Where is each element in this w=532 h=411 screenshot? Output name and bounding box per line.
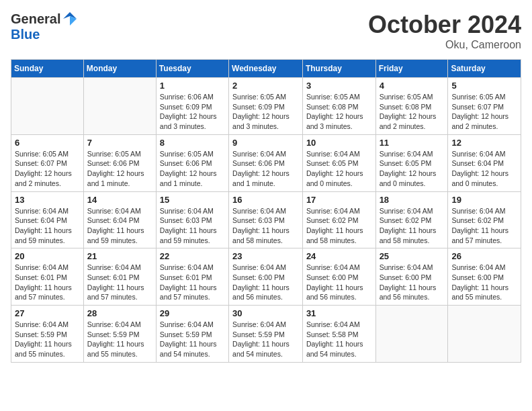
- day-detail: Sunrise: 6:04 AM Sunset: 5:59 PM Dayligh…: [160, 320, 225, 359]
- day-number: 6: [15, 138, 80, 148]
- day-detail: Sunrise: 6:05 AM Sunset: 6:09 PM Dayligh…: [232, 92, 299, 132]
- day-detail: Sunrise: 6:04 AM Sunset: 5:59 PM Dayligh…: [232, 320, 299, 359]
- day-number: 13: [15, 195, 80, 205]
- calendar-table: SundayMondayTuesdayWednesdayThursdayFrid…: [11, 59, 521, 363]
- day-number: 22: [160, 251, 225, 261]
- calendar-cell: 30Sunrise: 6:04 AM Sunset: 5:59 PM Dayli…: [229, 306, 303, 363]
- day-detail: Sunrise: 6:04 AM Sunset: 6:00 PM Dayligh…: [232, 263, 299, 302]
- day-number: 27: [15, 308, 80, 318]
- day-detail: Sunrise: 6:05 AM Sunset: 6:07 PM Dayligh…: [451, 92, 517, 132]
- day-detail: Sunrise: 6:04 AM Sunset: 6:04 PM Dayligh…: [15, 206, 80, 246]
- calendar-cell: 7Sunrise: 6:05 AM Sunset: 6:06 PM Daylig…: [83, 134, 156, 191]
- day-number: 4: [380, 81, 445, 91]
- calendar-cell: 17Sunrise: 6:04 AM Sunset: 6:02 PM Dayli…: [302, 191, 375, 248]
- location: Oku, Cameroon: [368, 39, 521, 51]
- day-detail: Sunrise: 6:05 AM Sunset: 6:07 PM Dayligh…: [15, 149, 80, 189]
- day-detail: Sunrise: 6:06 AM Sunset: 6:09 PM Dayligh…: [160, 92, 225, 132]
- calendar-cell: 1Sunrise: 6:06 AM Sunset: 6:09 PM Daylig…: [156, 78, 228, 135]
- logo-blue-text: Blue: [11, 27, 40, 42]
- day-detail: Sunrise: 6:04 AM Sunset: 6:00 PM Dayligh…: [306, 263, 372, 302]
- weekday-header: Thursday: [302, 60, 375, 78]
- day-detail: Sunrise: 6:04 AM Sunset: 6:03 PM Dayligh…: [160, 206, 225, 246]
- calendar-cell: 8Sunrise: 6:05 AM Sunset: 6:06 PM Daylig…: [156, 134, 228, 191]
- day-detail: Sunrise: 6:04 AM Sunset: 6:00 PM Dayligh…: [451, 263, 517, 302]
- day-number: 14: [87, 195, 152, 205]
- day-number: 7: [87, 138, 152, 148]
- day-number: 17: [306, 195, 372, 205]
- logo-general-text: General: [11, 11, 60, 27]
- calendar-cell: 25Sunrise: 6:04 AM Sunset: 6:00 PM Dayli…: [375, 248, 448, 306]
- day-detail: Sunrise: 6:04 AM Sunset: 6:04 PM Dayligh…: [87, 206, 152, 246]
- calendar-cell: 12Sunrise: 6:04 AM Sunset: 6:04 PM Dayli…: [448, 134, 521, 191]
- day-detail: Sunrise: 6:04 AM Sunset: 6:02 PM Dayligh…: [451, 206, 517, 246]
- day-number: 31: [306, 308, 372, 318]
- logo: General Blue: [11, 11, 78, 42]
- calendar-cell: 6Sunrise: 6:05 AM Sunset: 6:07 PM Daylig…: [11, 134, 84, 191]
- calendar-cell: 29Sunrise: 6:04 AM Sunset: 5:59 PM Dayli…: [156, 306, 228, 363]
- day-number: 1: [160, 81, 225, 91]
- calendar-cell: 16Sunrise: 6:04 AM Sunset: 6:03 PM Dayli…: [229, 191, 303, 248]
- weekday-header: Wednesday: [229, 60, 303, 78]
- calendar-cell: 28Sunrise: 6:04 AM Sunset: 5:59 PM Dayli…: [83, 306, 156, 363]
- day-detail: Sunrise: 6:05 AM Sunset: 6:08 PM Dayligh…: [380, 92, 445, 132]
- calendar-cell: 15Sunrise: 6:04 AM Sunset: 6:03 PM Dayli…: [156, 191, 228, 248]
- calendar-cell: 20Sunrise: 6:04 AM Sunset: 6:01 PM Dayli…: [11, 248, 84, 306]
- calendar-cell: 18Sunrise: 6:04 AM Sunset: 6:02 PM Dayli…: [375, 191, 448, 248]
- day-number: 8: [160, 138, 225, 148]
- calendar-cell: 3Sunrise: 6:05 AM Sunset: 6:08 PM Daylig…: [302, 78, 375, 135]
- page-header: General Blue October 2024 Oku, Cameroon: [11, 11, 521, 51]
- day-detail: Sunrise: 6:04 AM Sunset: 6:01 PM Dayligh…: [15, 263, 80, 302]
- day-detail: Sunrise: 6:04 AM Sunset: 6:01 PM Dayligh…: [87, 263, 152, 302]
- weekday-header: Sunday: [11, 60, 84, 78]
- calendar-cell: 9Sunrise: 6:04 AM Sunset: 6:06 PM Daylig…: [229, 134, 303, 191]
- day-detail: Sunrise: 6:04 AM Sunset: 6:02 PM Dayligh…: [380, 206, 445, 246]
- calendar-cell: 22Sunrise: 6:04 AM Sunset: 6:01 PM Dayli…: [156, 248, 228, 306]
- calendar-cell: 2Sunrise: 6:05 AM Sunset: 6:09 PM Daylig…: [229, 78, 303, 135]
- day-number: 10: [306, 138, 372, 148]
- calendar-week-row: 20Sunrise: 6:04 AM Sunset: 6:01 PM Dayli…: [11, 248, 521, 306]
- day-number: 5: [451, 81, 517, 91]
- calendar-cell: 11Sunrise: 6:04 AM Sunset: 6:05 PM Dayli…: [375, 134, 448, 191]
- calendar-cell: 24Sunrise: 6:04 AM Sunset: 6:00 PM Dayli…: [302, 248, 375, 306]
- day-detail: Sunrise: 6:05 AM Sunset: 6:06 PM Dayligh…: [87, 149, 152, 189]
- calendar-week-row: 13Sunrise: 6:04 AM Sunset: 6:04 PM Dayli…: [11, 191, 521, 248]
- day-number: 3: [306, 81, 372, 91]
- day-number: 28: [87, 308, 152, 318]
- day-number: 20: [15, 251, 80, 261]
- calendar-cell: 5Sunrise: 6:05 AM Sunset: 6:07 PM Daylig…: [448, 78, 521, 135]
- day-detail: Sunrise: 6:04 AM Sunset: 6:01 PM Dayligh…: [160, 263, 225, 302]
- day-number: 11: [380, 138, 445, 148]
- day-number: 23: [232, 251, 299, 261]
- calendar-cell: [448, 306, 521, 363]
- calendar-cell: 26Sunrise: 6:04 AM Sunset: 6:00 PM Dayli…: [448, 248, 521, 306]
- day-number: 30: [232, 308, 299, 318]
- weekday-header: Monday: [83, 60, 156, 78]
- month-title: October 2024: [368, 11, 521, 39]
- day-number: 21: [87, 251, 152, 261]
- calendar-cell: 31Sunrise: 6:04 AM Sunset: 5:58 PM Dayli…: [302, 306, 375, 363]
- day-number: 15: [160, 195, 225, 205]
- calendar-cell: 13Sunrise: 6:04 AM Sunset: 6:04 PM Dayli…: [11, 191, 84, 248]
- logo-icon: [62, 11, 78, 27]
- day-detail: Sunrise: 6:04 AM Sunset: 6:05 PM Dayligh…: [306, 149, 372, 189]
- calendar-week-row: 27Sunrise: 6:04 AM Sunset: 5:59 PM Dayli…: [11, 306, 521, 363]
- calendar-cell: [83, 78, 156, 135]
- day-detail: Sunrise: 6:05 AM Sunset: 6:06 PM Dayligh…: [160, 149, 225, 189]
- title-area: October 2024 Oku, Cameroon: [368, 11, 521, 51]
- weekday-header: Saturday: [448, 60, 521, 78]
- day-detail: Sunrise: 6:04 AM Sunset: 6:04 PM Dayligh…: [451, 149, 517, 189]
- day-number: 12: [451, 138, 517, 148]
- calendar-header-row: SundayMondayTuesdayWednesdayThursdayFrid…: [11, 60, 521, 78]
- calendar-cell: [375, 306, 448, 363]
- svg-marker-1: [70, 16, 77, 26]
- calendar-week-row: 1Sunrise: 6:06 AM Sunset: 6:09 PM Daylig…: [11, 78, 521, 135]
- calendar-cell: 4Sunrise: 6:05 AM Sunset: 6:08 PM Daylig…: [375, 78, 448, 135]
- day-number: 19: [451, 195, 517, 205]
- calendar-cell: 23Sunrise: 6:04 AM Sunset: 6:00 PM Dayli…: [229, 248, 303, 306]
- day-detail: Sunrise: 6:04 AM Sunset: 6:03 PM Dayligh…: [232, 206, 299, 246]
- calendar-week-row: 6Sunrise: 6:05 AM Sunset: 6:07 PM Daylig…: [11, 134, 521, 191]
- day-number: 25: [380, 251, 445, 261]
- day-detail: Sunrise: 6:04 AM Sunset: 6:02 PM Dayligh…: [306, 206, 372, 246]
- calendar-cell: 10Sunrise: 6:04 AM Sunset: 6:05 PM Dayli…: [302, 134, 375, 191]
- day-detail: Sunrise: 6:04 AM Sunset: 6:06 PM Dayligh…: [232, 149, 299, 189]
